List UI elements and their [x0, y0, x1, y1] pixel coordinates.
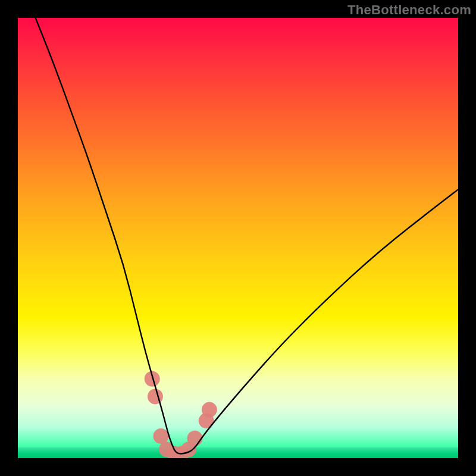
curve-layer [18, 18, 458, 458]
plot-area [18, 18, 458, 458]
chart-frame: TheBottleneck.com [0, 0, 476, 476]
watermark-text: TheBottleneck.com [347, 2, 471, 18]
marker-dot [202, 402, 217, 418]
marker-dot [154, 428, 169, 444]
marker-dot [148, 389, 163, 404]
marker-dot [187, 431, 203, 446]
bottleneck-curve [36, 18, 458, 454]
